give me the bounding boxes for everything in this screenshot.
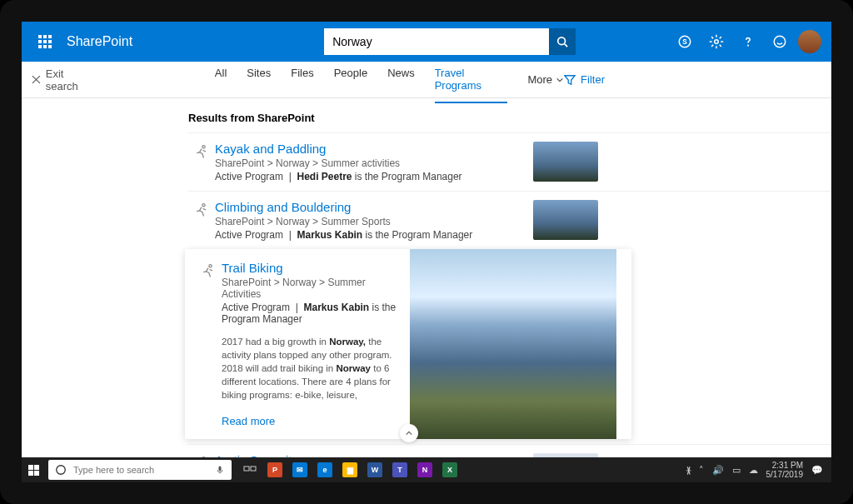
close-icon	[32, 75, 41, 84]
svg-rect-16	[244, 467, 249, 471]
tray-notifications-icon[interactable]: 💬	[811, 465, 823, 476]
brand-label: SharePoint	[67, 34, 132, 49]
app-launcher-icon[interactable]	[28, 22, 62, 62]
svg-point-4	[715, 40, 719, 44]
tab-news[interactable]: News	[387, 57, 415, 103]
svg-point-0	[558, 37, 566, 45]
skype-icon[interactable]: S	[671, 28, 698, 55]
svg-rect-15	[219, 467, 222, 472]
result-thumbnail	[533, 142, 598, 182]
feedback-icon[interactable]	[766, 28, 793, 55]
activity-icon	[193, 143, 210, 182]
taskbar-search-input[interactable]	[73, 465, 208, 475]
svg-marker-9	[565, 75, 575, 84]
svg-rect-17	[251, 467, 256, 471]
result-meta: Active Program | Markus Kabin is the Pro…	[222, 302, 397, 325]
tab-people[interactable]: People	[334, 57, 367, 103]
search-button[interactable]	[549, 28, 576, 55]
taskbar-app-powerpoint[interactable]: P	[263, 457, 287, 482]
result-thumbnail	[533, 200, 598, 240]
svg-text:S: S	[682, 38, 687, 46]
result-item: Kayak and Paddling SharePoint > Norway >…	[188, 132, 831, 191]
taskbar-app-excel[interactable]: X	[438, 457, 461, 482]
chevron-up-icon	[405, 429, 413, 437]
svg-point-6	[774, 36, 786, 47]
activity-icon	[200, 262, 217, 427]
result-path: SharePoint > Norway > Summer Sports	[215, 216, 516, 227]
settings-icon[interactable]	[703, 28, 730, 55]
taskbar-app-edge[interactable]: e	[313, 457, 337, 482]
svg-point-12	[209, 265, 212, 267]
tray-battery-icon[interactable]: ▭	[732, 465, 741, 476]
mic-icon[interactable]	[215, 465, 225, 475]
exit-search-button[interactable]: Exit search	[32, 67, 98, 92]
result-path: SharePoint > Norway > Summer Activities	[222, 277, 397, 300]
result-title[interactable]: Trail Biking	[222, 261, 397, 275]
result-meta: Active Program | Hedi Peetre is the Prog…	[215, 171, 516, 182]
user-avatar[interactable]	[798, 30, 821, 53]
taskbar-clock[interactable]: 2:31 PM 5/17/2019	[766, 461, 804, 479]
taskbar-app-onenote[interactable]: N	[413, 457, 436, 482]
result-description: 2017 had a big growth in Norway, the act…	[222, 335, 397, 402]
tray-volume-icon[interactable]: 🔊	[712, 465, 724, 476]
cortana-icon	[55, 464, 67, 476]
results-header: Results from SharePoint	[188, 112, 831, 124]
svg-point-11	[202, 204, 205, 207]
taskbar-app-word[interactable]: W	[363, 457, 387, 482]
result-item: Climbing and Bouldering SharePoint > Nor…	[188, 191, 831, 249]
chevron-down-icon	[556, 76, 564, 84]
tab-all[interactable]: All	[215, 57, 227, 103]
taskbar-app-teams[interactable]: T	[388, 457, 412, 482]
svg-point-5	[748, 45, 749, 46]
filter-button[interactable]: Filter	[564, 73, 605, 86]
windows-taskbar: P ✉ e ▆ W T N X ᚕ ˄ 🔊 ▭ ☁ 2:31 PM 5/17/2…	[22, 457, 831, 482]
taskbar-app-explorer[interactable]: ▆	[338, 457, 362, 482]
svg-line-1	[565, 44, 568, 47]
tray-onedrive-icon[interactable]: ☁	[749, 465, 758, 476]
help-icon[interactable]	[735, 28, 761, 55]
filter-icon	[564, 74, 576, 86]
taskbar-app-mail[interactable]: ✉	[288, 457, 312, 482]
search-subheader: Exit search All Sites Files People News …	[22, 62, 831, 98]
tab-more[interactable]: More	[527, 57, 564, 103]
result-path: SharePoint > Norway > Summer activities	[215, 157, 516, 169]
svg-point-14	[57, 466, 66, 475]
search-icon	[556, 36, 568, 47]
result-title[interactable]: Kayak and Paddling	[215, 142, 516, 156]
tab-files[interactable]: Files	[291, 57, 313, 103]
activity-icon	[193, 202, 210, 241]
start-button[interactable]	[22, 457, 45, 482]
tray-chevron-icon[interactable]: ˄	[699, 465, 704, 476]
exit-search-label: Exit search	[46, 67, 98, 92]
result-hero-image	[410, 249, 616, 439]
tab-sites[interactable]: Sites	[247, 57, 271, 103]
svg-point-10	[202, 146, 205, 148]
tab-travel-programs[interactable]: Travel Programs	[435, 57, 508, 103]
taskbar-search[interactable]	[48, 460, 232, 480]
read-more-link[interactable]: Read more	[222, 415, 397, 427]
result-title[interactable]: Climbing and Bouldering	[215, 200, 516, 214]
search-input[interactable]	[324, 28, 549, 55]
result-meta: Active Program | Markus Kabin is the Pro…	[215, 482, 516, 494]
result-card-expanded: Trail Biking SharePoint > Norway > Summe…	[185, 249, 631, 439]
task-view-icon[interactable]	[238, 457, 262, 482]
tray-people-icon[interactable]: ᚕ	[686, 465, 691, 476]
collapse-button[interactable]	[400, 424, 418, 442]
result-meta: Active Program | Markus Kabin is the Pro…	[215, 229, 516, 241]
